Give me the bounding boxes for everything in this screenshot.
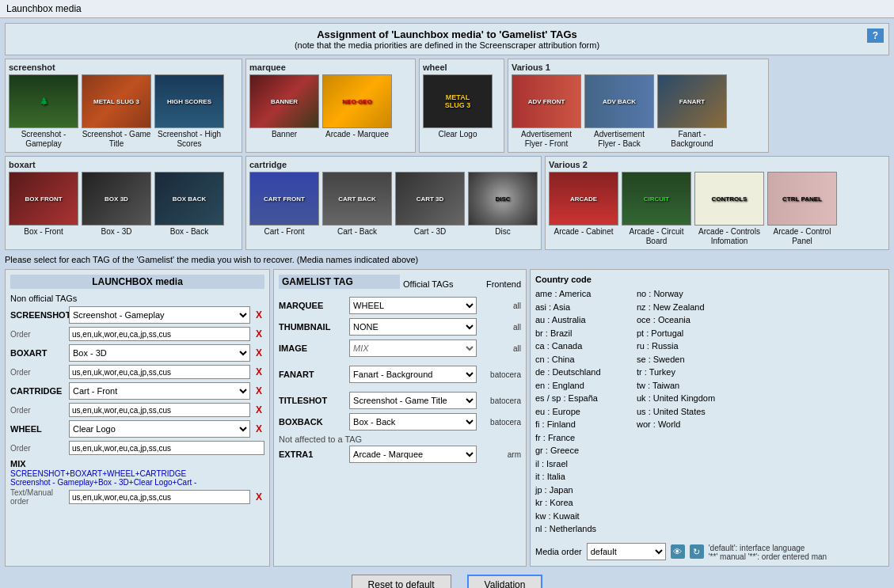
cartridge-select[interactable]: Cart - Front Cart - Back Cart - 3D [69, 382, 250, 400]
cartridge-x-button[interactable]: X [253, 385, 264, 396]
media-thumb-controls: CONTROLS [694, 172, 764, 226]
screenshot-order-x[interactable]: X [253, 328, 264, 340]
mix-order-input[interactable] [69, 490, 250, 504]
media-label-banner: Banner [272, 130, 297, 139]
media-label-clear-logo: Clear Logo [439, 130, 477, 139]
media-label-cart-front: Cart - Front [264, 227, 304, 237]
header-box: Assignment of 'Launchbox media' to 'Game… [5, 23, 889, 55]
media-item-controls: CONTROLS Arcade - Controls Infomation [694, 172, 764, 246]
media-thumb-adv-front: ADV FRONT [512, 74, 581, 128]
media-item-disc: DISC Disc [468, 172, 538, 237]
header-title: Assignment of 'Launchbox media' to 'Game… [10, 28, 884, 40]
cartridge-order-input[interactable] [69, 403, 250, 417]
media-label-circuit: Arcade - Circuit Board [622, 227, 691, 246]
country-item: tw : Taiwan [637, 379, 732, 393]
gl-extra1-label: EXTRA1 [279, 450, 346, 459]
gl-fanart-frontend: batocera [480, 370, 521, 379]
various1-panel: Various 1 ADV FRONT Advertisement Flyer … [508, 59, 769, 153]
gl-extra1-frontend: arm [480, 450, 521, 459]
media-order-label: Media order [535, 547, 582, 556]
gl-image-select[interactable]: MIXNONEWHEEL [349, 340, 477, 357]
gl-marquee-select[interactable]: WHEELNONEMIX [349, 297, 477, 314]
cartridge-tag-label: CARTRIDGE [10, 386, 66, 396]
country-item: it : Italia [535, 470, 630, 484]
media-label-gameplay: Screenshot - Gameplay [9, 130, 78, 149]
country-item: es / sp : España [535, 392, 630, 405]
media-thumb-box-front: BOX FRONT [9, 172, 78, 226]
gl-extra1-select[interactable]: Arcade - Marquee [349, 446, 477, 463]
gl-fanart-select[interactable]: Fanart - Background [349, 366, 477, 383]
media-thumb-control-panel: CTRL PANEL [767, 172, 837, 226]
country-item: uk : United Kingdom [637, 392, 732, 405]
select-prompt: Please select for each TAG of the 'Gamel… [5, 253, 889, 266]
reset-button[interactable]: Reset to default [352, 575, 451, 589]
screenshot-select[interactable]: Screenshot - Gameplay Screenshot - Game … [69, 306, 250, 324]
cartridge-order-x[interactable]: X [253, 404, 264, 415]
country-item: eu : Europe [535, 405, 630, 419]
media-thumb-box-3d: BOX 3D [82, 172, 151, 226]
gl-boxback-label: BOXBACK [279, 417, 346, 427]
media-thumb-high-scores: HIGH SCORES [154, 74, 224, 128]
media-order-note: 'default': interface language'**' manual… [709, 544, 827, 561]
country-item: wor : World [637, 418, 732, 431]
boxart-panel: boxart BOX FRONT Box - Front BOX 3D Box … [5, 156, 242, 250]
gl-marquee-label: MARQUEE [279, 301, 346, 310]
wheel-x-button[interactable]: X [253, 423, 264, 434]
gl-boxback-select[interactable]: Box - Back [349, 413, 477, 431]
marquee-panel: marquee BANNER Banner NEO·GEO Arcade - M… [245, 59, 416, 153]
media-item-high-scores: HIGH SCORES Screenshot - High Scores [154, 74, 224, 149]
boxart-tag-label: BOXART [10, 348, 66, 358]
not-affected-label: Not affected to a TAG [279, 434, 521, 444]
country-item: asi : Asia [535, 301, 630, 314]
refresh-icon[interactable]: ↻ [690, 544, 704, 559]
country-item: cn : China [535, 353, 630, 366]
gl-titleshot-select[interactable]: Screenshot - Game Title [349, 392, 477, 409]
wheel-order-label: Order [10, 444, 66, 453]
media-thumb-cart-back: CART BACK [322, 172, 392, 226]
wheel-order-input[interactable] [69, 441, 264, 455]
screenshot-x-button[interactable]: X [253, 309, 264, 321]
mix-order-x[interactable]: X [253, 491, 264, 503]
boxart-select[interactable]: Box - Front Box - 3D Box - Back [69, 344, 250, 362]
media-thumb-arcade-marquee: NEO·GEO [322, 74, 392, 128]
screenshot-panel: screenshot 🌲 Screenshot - Gameplay METAL… [5, 59, 242, 153]
media-item-adv-front: ADV FRONT Advertisement Flyer - Front [512, 74, 581, 149]
cartridge-panel: cartridge CART FRONT Cart - Front CART B… [245, 156, 542, 250]
media-item-clear-logo: METALSLUG 3 Clear Logo [423, 74, 493, 139]
official-tags-label: Official TAGs [403, 279, 474, 289]
media-item-cart-front: CART FRONT Cart - Front [249, 172, 319, 237]
eye-icon[interactable]: 👁 [671, 544, 685, 559]
boxart-order-input[interactable] [69, 365, 250, 379]
country-item: pt : Portugal [637, 327, 732, 340]
media-thumb-banner: BANNER [249, 74, 319, 128]
non-official-tags-label: Non official TAGs [10, 294, 264, 303]
frontend-header: Frontend [477, 279, 521, 289]
media-item-game-title: METAL SLUG 3 Screenshot - Game Title [82, 74, 151, 149]
media-label-box-3d: Box - 3D [101, 227, 132, 237]
country-item: gr : Greece [535, 444, 630, 457]
country-item: jp : Japan [535, 484, 630, 497]
help-button[interactable]: ? [867, 28, 884, 43]
screenshot-panel-label: screenshot [9, 63, 238, 72]
boxart-order-x[interactable]: X [253, 366, 264, 377]
screenshot-order-label: Order [10, 330, 66, 339]
media-label-fanart: Fanart - Background [657, 130, 727, 149]
wheel-select[interactable]: Clear Logo [69, 420, 250, 438]
country-item: ca : Canada [535, 340, 630, 353]
country-item: il : Israel [535, 457, 630, 471]
media-thumb-cart-3d: CART 3D [395, 172, 465, 226]
validation-button[interactable]: Validation [467, 575, 543, 589]
various2-panel-label: Various 2 [549, 160, 885, 169]
mix-value: SCREENSHOT+BOXART+WHEEL+CARTRIDGE [10, 469, 264, 478]
media-label-control-panel: Arcade - Control Panel [767, 227, 837, 246]
gl-thumbnail-select[interactable]: NONEWHEELMIX [349, 318, 477, 336]
media-order-select[interactable]: default manual [587, 543, 666, 560]
media-item-arcade-marquee: NEO·GEO Arcade - Marquee [322, 74, 392, 139]
boxart-x-button[interactable]: X [253, 347, 264, 358]
screenshot-order-input[interactable] [69, 327, 250, 341]
media-item-box-3d: BOX 3D Box - 3D [82, 172, 151, 237]
media-thumb-fanart: FANART [657, 74, 727, 128]
country-item: us : United States [637, 405, 732, 419]
cartridge-panel-label: cartridge [249, 160, 538, 169]
country-label: Country code [535, 275, 884, 284]
